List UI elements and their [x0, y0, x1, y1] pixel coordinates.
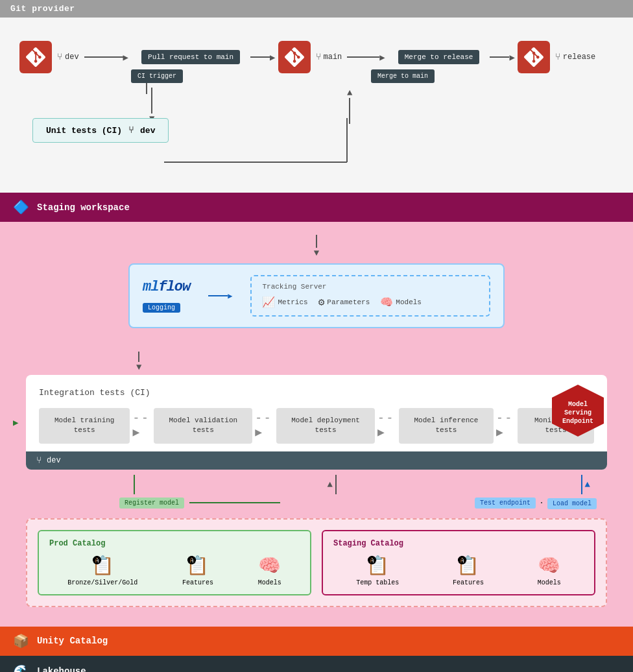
staging-temp-label: Temp tables: [356, 579, 399, 586]
tracking-items: 📈 Metrics ⚙️ Parameters 🧠 Models: [262, 296, 479, 309]
logging-badge: Logging: [143, 303, 180, 313]
staging-workspace: 🔷 Staging workspace ▼ mlflow Logging: [0, 193, 633, 627]
model-inference-tests: Model inference tests: [399, 408, 494, 444]
merge-to-release-button[interactable]: Merge to release: [398, 50, 480, 64]
staging-catalog-title: Staging Catalog: [333, 539, 584, 548]
metrics-label: Metrics: [278, 298, 307, 306]
release-branch-label: ⑂ release: [555, 52, 595, 62]
unity-catalog-title: Unity Catalog: [37, 636, 108, 646]
staging-body: ▼ mlflow Logging ▶: [0, 222, 633, 627]
tracking-server-box: Tracking Server 📈 Metrics ⚙️ Parameters …: [250, 275, 490, 317]
prod-catalog-title: Prod Catalog: [49, 539, 300, 548]
integration-tests-box: Integration tests (CI) ▶ Model training …: [26, 375, 607, 470]
model-validation-tests: Model validation tests: [154, 408, 252, 444]
integration-dev-label: dev: [47, 456, 61, 465]
register-model-label: Register model: [119, 498, 184, 509]
models-item: 🧠 Models: [380, 296, 422, 309]
top-section: ⑂ dev ▶ Pull request to main ▶ ⑂ main ▶: [0, 18, 633, 193]
unit-tests-box: Unit tests (CI) ⑂ dev: [32, 118, 169, 143]
arrow-1: - - ▶: [132, 412, 151, 439]
lakehouse-title: Lakehouse: [37, 666, 86, 672]
unity-catalog-bar: 📦 Unity Catalog: [0, 627, 633, 656]
metrics-item: 📈 Metrics: [262, 296, 307, 309]
arrow-4: - - ▶: [496, 412, 515, 439]
svg-text:Serving: Serving: [564, 409, 591, 416]
prod-features-item: 📋 🅐 Features: [182, 555, 213, 586]
model-serving-endpoint: Model Serving Endpoint: [549, 381, 607, 443]
parameters-label: Parameters: [327, 298, 370, 306]
catalogs-area: Prod Catalog 📋 🅐 Bronze/Silver/Gold 📋 🅐: [26, 518, 607, 607]
prod-bronze-label: Bronze/Silver/Gold: [67, 579, 137, 586]
lakehouse-bar: 🌊 Lakehouse: [0, 656, 633, 672]
test-steps: Model training tests - - ▶ Model validat…: [39, 408, 594, 444]
svg-text:Endpoint: Endpoint: [562, 418, 593, 425]
arrow-2: - - ▶: [255, 412, 274, 439]
staging-catalog-items: 📋 🅐 Temp tables 📋 🅐 Features 🧠: [333, 555, 584, 586]
model-training-tests: Model training tests: [39, 408, 130, 444]
ci-trigger-label: CI trigger: [131, 69, 183, 83]
unit-tests-branch: dev: [140, 126, 155, 136]
staging-workspace-title: Staging workspace: [37, 202, 130, 213]
dev-branch-label: ⑂ dev: [57, 52, 79, 62]
staging-features-label: Features: [453, 579, 484, 586]
release-git-icon: [518, 41, 550, 73]
dev-git-icon: [19, 41, 52, 73]
model-deployment-tests: Model deployment tests: [276, 408, 375, 444]
unit-tests-label: Unit tests (CI): [46, 126, 122, 136]
pull-request-button[interactable]: Pull request to main: [141, 50, 240, 64]
tracking-server-title: Tracking Server: [262, 283, 479, 291]
staging-models-item: 🧠 Models: [538, 555, 561, 586]
prod-catalog-items: 📋 🅐 Bronze/Silver/Gold 📋 🅐 Features: [49, 555, 300, 586]
test-endpoint-label: Test endpoint: [475, 498, 536, 509]
staging-features-item: 📋 🅐 Features: [453, 555, 484, 586]
integration-dev-bar: ⑂ dev: [26, 451, 607, 470]
main-branch-label: ⑂ main: [316, 52, 342, 62]
staging-temp-item: 📋 🅐 Temp tables: [356, 555, 399, 586]
parameters-item: ⚙️ Parameters: [318, 296, 370, 309]
prod-catalog: Prod Catalog 📋 🅐 Bronze/Silver/Gold 📋 🅐: [38, 530, 311, 595]
svg-text:Model: Model: [568, 401, 588, 408]
git-provider-bar: Git provider: [0, 0, 633, 18]
merge-to-main-label: Merge to main: [371, 69, 435, 83]
prod-features-label: Features: [182, 579, 213, 586]
staging-catalog: Staging Catalog 📋 🅐 Temp tables 📋 🅐: [322, 530, 595, 595]
staging-models-label: Models: [538, 579, 561, 586]
prod-bronze-item: 📋 🅐 Bronze/Silver/Gold: [67, 555, 137, 586]
prod-models-item: 🧠 Models: [258, 555, 281, 586]
mlflow-logo: mlflow: [143, 279, 190, 295]
main-git-icon: [278, 41, 311, 73]
staging-header: 🔷 Staging workspace: [0, 193, 633, 222]
arrow-3: - - ▶: [377, 412, 396, 439]
prod-models-label: Models: [258, 579, 281, 586]
mlflow-section: mlflow Logging ▶ Tracking Server 📈: [128, 263, 505, 328]
integration-tests-title: Integration tests (CI): [39, 388, 594, 398]
git-provider-title: Git provider: [10, 4, 75, 14]
models-label: Models: [396, 298, 422, 306]
load-model-label: Load model: [547, 498, 597, 509]
